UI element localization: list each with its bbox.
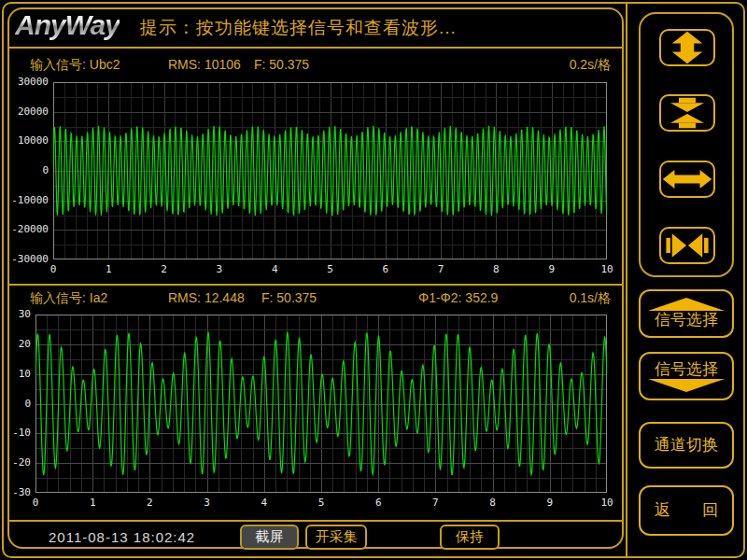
x-tick-label: 6 [374,263,397,275]
y-tick-label: 20000 [4,105,49,118]
x-tick-label: 4 [253,497,275,509]
triangle-up-icon [647,298,726,311]
x-tick-label: 3 [196,497,218,509]
x-tick-label: 7 [424,497,446,509]
y-tick-label: 0 [4,398,31,410]
x-tick-label: 1 [81,497,104,509]
back-button[interactable]: 返 回 [639,485,734,536]
y-tick-label: -20 [4,456,31,469]
chart1-timebase: 0.2s/格 [570,57,611,74]
x-tick-label: 10 [596,497,618,509]
chart2-phase-value: Φ1-Φ2: 352.9 [418,290,498,305]
horizontal-compress-icon [661,227,713,264]
signal-select-down-label: 信号选择 [655,360,718,379]
chart1-rms-value: RMS: 10106 [168,57,241,72]
sidebar-separator [626,3,627,556]
back-label-left: 返 [655,501,670,520]
chart2-signal-label: 输入信号: Ia2 [30,290,107,307]
chart1-signal-label: 输入信号: Ubc2 [30,57,120,74]
vertical-compress-icon [661,94,713,132]
signal-select-up-label: 信号选择 [655,311,718,329]
x-tick-label: 0 [42,263,64,275]
waveform-plot-ia2 [35,315,607,493]
chart2-timebase: 0.1s/格 [570,290,611,307]
y-tick-label: -20000 [4,223,49,235]
vertical-expand-icon [661,29,713,66]
y-tick-label: 10 [4,368,31,380]
x-tick-label: 6 [367,497,389,509]
chart2-rms-value: RMS: 12.448 [168,290,245,305]
y-tick-label: -10000 [4,194,49,206]
y-tick-label: 10000 [4,134,49,147]
x-tick-label: 1 [97,263,120,275]
statusbar-divider [7,520,624,522]
vertical-expand-button[interactable] [659,29,715,66]
chart1-freq-value: F: 50.375 [254,57,309,72]
signal-select-up-button[interactable]: 信号选择 [639,289,734,338]
x-tick-label: 10 [596,263,618,275]
timestamp: 2011-08-13 18:02:42 [49,529,195,545]
x-tick-label: 8 [482,497,504,509]
signal-select-down-button[interactable]: 信号选择 [639,352,734,400]
anyway-logo: AnyWay [15,9,120,41]
waveform-svg [35,315,607,493]
analyzer-screen: AnyWay 提示：按功能键选择信号和查看波形... 输入信号: Ubc2 RM… [0,0,747,560]
x-tick-label: 4 [263,263,286,275]
hint-message: 提示：按功能键选择信号和查看波形... [140,16,457,40]
waveform-svg [53,82,607,259]
y-tick-label: -10 [4,427,31,439]
hold-button[interactable]: 保持 [440,525,500,550]
y-tick-label: 0 [4,164,49,176]
y-tick-label: 30 [4,308,31,320]
horizontal-compress-button[interactable] [659,227,715,264]
screenshot-button[interactable]: 截屏 [240,525,299,550]
titlebar-divider [7,47,624,49]
waveform-plot-ubc2 [53,82,607,259]
x-tick-label: 7 [430,263,452,275]
x-tick-label: 2 [138,497,161,509]
start-capture-button[interactable]: 开采集 [305,525,367,550]
back-label-right: 回 [702,501,718,520]
x-tick-label: 2 [153,263,176,275]
chart-divider [7,284,624,286]
x-tick-label: 3 [208,263,231,275]
x-tick-label: 8 [485,263,507,275]
x-tick-label: 5 [310,497,332,509]
channel-switch-button[interactable]: 通道切换 [639,422,734,469]
horizontal-expand-icon [661,161,713,198]
triangle-down-icon [647,379,726,392]
horizontal-expand-button[interactable] [659,161,715,198]
vertical-compress-button[interactable] [659,94,715,132]
x-tick-label: 9 [539,497,561,509]
channel-switch-label: 通道切换 [655,436,718,455]
y-tick-label: 20 [4,338,31,350]
x-tick-label: 9 [541,263,563,275]
x-tick-label: 0 [24,497,47,509]
chart2-freq-value: F: 50.375 [261,290,317,305]
x-tick-label: 5 [319,263,342,275]
y-tick-label: 30000 [4,76,49,88]
